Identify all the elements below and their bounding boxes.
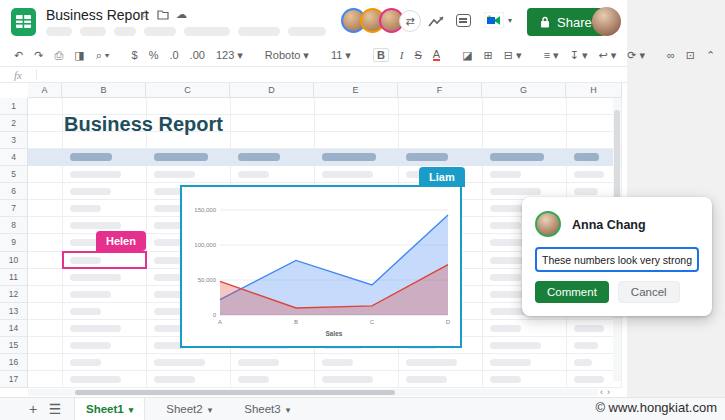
row-header-15[interactable]: 15 [0, 337, 28, 354]
cell-placeholder [154, 171, 195, 178]
print-icon[interactable]: ⎙ [54, 49, 63, 62]
chevron-down-icon [208, 403, 213, 415]
cell-placeholder [70, 188, 111, 195]
activity-trend-icon[interactable] [428, 15, 446, 28]
column-header-H[interactable]: H [566, 83, 622, 98]
comment-cancel-button[interactable]: Cancel [618, 281, 680, 303]
row-header-12[interactable]: 12 [0, 286, 28, 303]
sheet-tab-1[interactable]: Sheet1 [74, 398, 145, 420]
font-size-select[interactable]: 11 ▾ [331, 49, 351, 62]
row-header-3[interactable]: 3 [0, 132, 28, 149]
all-sheets-icon[interactable]: ☰ [44, 401, 66, 417]
lock-icon [540, 16, 550, 28]
text-rotation-icon[interactable]: ⟳ ▾ [627, 49, 645, 62]
redo-icon[interactable]: ↷ [34, 49, 43, 62]
vertical-align-icon[interactable]: ↧ ▾ [570, 49, 588, 62]
comment-input[interactable] [535, 247, 699, 272]
cell-placeholder [574, 342, 598, 349]
scroll-arrows[interactable]: ‹› [600, 387, 614, 397]
menu-item-placeholder[interactable] [184, 27, 230, 36]
insert-link-icon[interactable]: ∞ [667, 49, 675, 61]
menu-item-placeholder[interactable] [114, 27, 136, 36]
row-header-9[interactable]: 9 [0, 234, 28, 251]
cell-placeholder [154, 359, 205, 366]
horizontal-align-icon[interactable]: ≡ ▾ [544, 49, 559, 62]
header-cell-placeholder [574, 153, 599, 161]
horizontal-scrollbar[interactable] [28, 389, 598, 396]
bold-icon[interactable]: B [373, 48, 389, 62]
row-header-8[interactable]: 8 [0, 217, 28, 234]
menu-item-placeholder[interactable] [46, 27, 72, 36]
column-header-E[interactable]: E [314, 83, 398, 98]
sheet-tab-3[interactable]: Sheet3 [233, 398, 301, 420]
text-wrap-icon[interactable]: ↩ ▾ [598, 49, 616, 62]
user-avatar[interactable] [592, 7, 621, 36]
cell-placeholder [70, 308, 101, 315]
strikethrough-icon[interactable]: S [415, 49, 422, 61]
column-header-F[interactable]: F [398, 83, 482, 98]
row-header-1[interactable]: 1 [0, 98, 28, 115]
fill-color-icon[interactable]: ◪ [462, 49, 472, 62]
row-header-2[interactable]: 2 [0, 115, 28, 132]
menu-item-placeholder[interactable] [144, 27, 176, 36]
document-title[interactable]: Business Report [46, 7, 149, 23]
insert-chart-icon[interactable]: ⊡ [686, 49, 695, 62]
font-name-select[interactable]: Roboto ▾ [265, 49, 309, 62]
row-header-13[interactable]: 13 [0, 303, 28, 320]
cell-placeholder [406, 359, 457, 366]
row-header-6[interactable]: 6 [0, 183, 28, 200]
row-header-17[interactable]: 17 [0, 371, 28, 388]
borders-icon[interactable]: ⊞ [484, 49, 493, 62]
row-header-16[interactable]: 16 [0, 354, 28, 371]
row-header-11[interactable]: 11 [0, 269, 28, 286]
column-header-G[interactable]: G [482, 83, 566, 98]
row-header-10[interactable]: 10 [0, 252, 28, 269]
paint-format-icon[interactable]: ◨ [74, 49, 84, 62]
row-header-14[interactable]: 14 [0, 320, 28, 337]
increase-decimal-icon[interactable]: .00 [190, 49, 205, 61]
menu-bar[interactable] [46, 27, 326, 36]
cell-placeholder [490, 342, 541, 349]
formula-bar[interactable]: fx [0, 67, 627, 83]
star-icon[interactable]: ☆ [140, 8, 150, 21]
cloud-status-icon[interactable]: ☁ [176, 8, 187, 21]
move-to-folder-icon[interactable] [157, 10, 169, 20]
cell-placeholder [70, 274, 121, 281]
zoom-icon[interactable]: ⌕ ▾ [96, 49, 110, 62]
percent-format-icon[interactable]: % [149, 49, 159, 61]
add-sheet-icon[interactable]: + [22, 401, 44, 417]
meet-icon[interactable]: ▾ [484, 12, 512, 28]
comment-submit-button[interactable]: Comment [535, 281, 609, 303]
column-header-D[interactable]: D [230, 83, 314, 98]
collaborator-overflow-button[interactable]: ⇄ [399, 10, 421, 32]
hide-toolbar-icon[interactable]: ⌃ [706, 49, 715, 62]
number-format-icon[interactable]: 123 ▾ [216, 49, 243, 62]
sheet-tab-2[interactable]: Sheet2 [155, 398, 223, 420]
svg-text:Sales: Sales [326, 330, 343, 337]
text-color-icon[interactable]: A [433, 49, 440, 61]
cell-placeholder [490, 359, 531, 366]
row-header-4[interactable]: 4 [0, 149, 28, 166]
menu-item-placeholder[interactable] [288, 27, 326, 36]
collaborator-avatars[interactable] [347, 8, 404, 33]
decrease-decimal-icon[interactable]: .0 [169, 49, 178, 61]
column-header-A[interactable]: A [28, 83, 62, 98]
open-comments-icon[interactable] [456, 14, 471, 27]
cell-placeholder [322, 359, 353, 366]
merge-cells-icon[interactable]: ⊟ ▾ [504, 49, 522, 62]
menu-item-placeholder[interactable] [80, 27, 106, 36]
cell-placeholder [70, 205, 101, 212]
embedded-chart[interactable]: 050,000100,000150,000ABCDSales [180, 185, 462, 348]
menu-item-placeholder[interactable] [238, 27, 280, 36]
helen-selected-cell[interactable] [62, 251, 147, 269]
column-header-B[interactable]: B [62, 83, 146, 98]
row-header-7[interactable]: 7 [0, 200, 28, 217]
header-cell-placeholder [238, 153, 280, 161]
watermark: © www.hongkiat.com [595, 400, 717, 415]
title-cell-text[interactable]: Business Report [64, 113, 223, 136]
currency-format-icon[interactable]: $ [132, 49, 138, 61]
column-header-C[interactable]: C [146, 83, 230, 98]
row-header-5[interactable]: 5 [0, 166, 28, 183]
undo-icon[interactable]: ↶ [14, 49, 23, 62]
italic-icon[interactable]: I [400, 49, 404, 61]
